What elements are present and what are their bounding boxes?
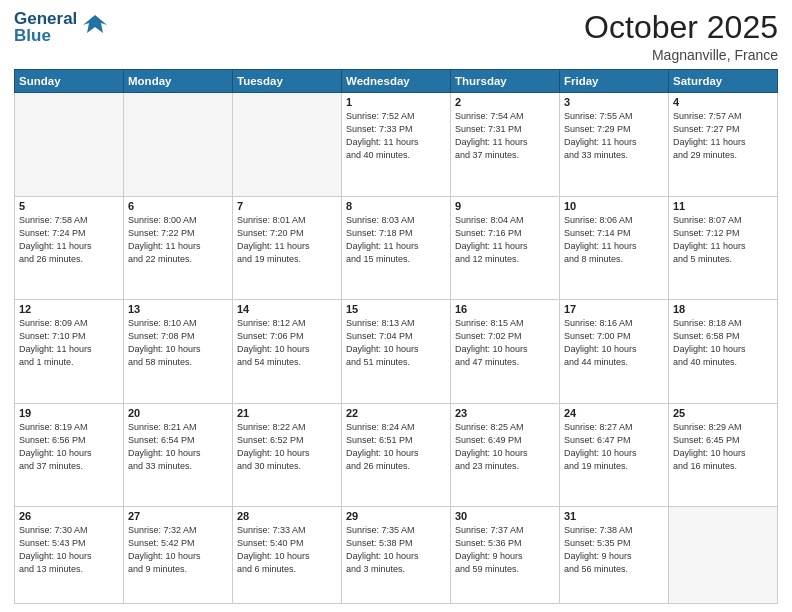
calendar-day-cell: 4Sunrise: 7:57 AMSunset: 7:27 PMDaylight…	[669, 93, 778, 196]
location: Magnanville, France	[584, 47, 778, 63]
logo-line1: General	[14, 10, 77, 27]
day-number: 20	[128, 407, 228, 419]
calendar-day-cell: 31Sunrise: 7:38 AMSunset: 5:35 PMDayligh…	[560, 506, 669, 603]
calendar-day-cell: 9Sunrise: 8:04 AMSunset: 7:16 PMDaylight…	[451, 196, 560, 299]
day-info: Sunrise: 8:15 AMSunset: 7:02 PMDaylight:…	[455, 317, 555, 369]
day-info: Sunrise: 7:55 AMSunset: 7:29 PMDaylight:…	[564, 110, 664, 162]
day-number: 6	[128, 200, 228, 212]
day-number: 19	[19, 407, 119, 419]
calendar-day-cell: 5Sunrise: 7:58 AMSunset: 7:24 PMDaylight…	[15, 196, 124, 299]
day-info: Sunrise: 8:06 AMSunset: 7:14 PMDaylight:…	[564, 214, 664, 266]
day-info: Sunrise: 8:21 AMSunset: 6:54 PMDaylight:…	[128, 421, 228, 473]
day-info: Sunrise: 8:18 AMSunset: 6:58 PMDaylight:…	[673, 317, 773, 369]
day-number: 18	[673, 303, 773, 315]
calendar-day-header: Thursday	[451, 70, 560, 93]
calendar-day-cell: 29Sunrise: 7:35 AMSunset: 5:38 PMDayligh…	[342, 506, 451, 603]
calendar-week-row: 26Sunrise: 7:30 AMSunset: 5:43 PMDayligh…	[15, 506, 778, 603]
calendar-day-header: Tuesday	[233, 70, 342, 93]
calendar-day-cell: 10Sunrise: 8:06 AMSunset: 7:14 PMDayligh…	[560, 196, 669, 299]
day-info: Sunrise: 7:32 AMSunset: 5:42 PMDaylight:…	[128, 524, 228, 576]
day-number: 15	[346, 303, 446, 315]
calendar-day-cell: 24Sunrise: 8:27 AMSunset: 6:47 PMDayligh…	[560, 403, 669, 506]
day-info: Sunrise: 8:29 AMSunset: 6:45 PMDaylight:…	[673, 421, 773, 473]
day-info: Sunrise: 8:10 AMSunset: 7:08 PMDaylight:…	[128, 317, 228, 369]
calendar-day-cell: 16Sunrise: 8:15 AMSunset: 7:02 PMDayligh…	[451, 300, 560, 403]
calendar-day-cell: 11Sunrise: 8:07 AMSunset: 7:12 PMDayligh…	[669, 196, 778, 299]
day-number: 22	[346, 407, 446, 419]
day-number: 27	[128, 510, 228, 522]
day-number: 12	[19, 303, 119, 315]
day-info: Sunrise: 8:07 AMSunset: 7:12 PMDaylight:…	[673, 214, 773, 266]
calendar-day-cell: 19Sunrise: 8:19 AMSunset: 6:56 PMDayligh…	[15, 403, 124, 506]
calendar-day-header: Sunday	[15, 70, 124, 93]
day-info: Sunrise: 7:30 AMSunset: 5:43 PMDaylight:…	[19, 524, 119, 576]
day-number: 23	[455, 407, 555, 419]
day-info: Sunrise: 8:01 AMSunset: 7:20 PMDaylight:…	[237, 214, 337, 266]
calendar-day-header: Wednesday	[342, 70, 451, 93]
calendar-day-header: Saturday	[669, 70, 778, 93]
calendar-header-row: SundayMondayTuesdayWednesdayThursdayFrid…	[15, 70, 778, 93]
page-container: General Blue October 2025 Magnanville, F…	[0, 0, 792, 612]
day-info: Sunrise: 8:16 AMSunset: 7:00 PMDaylight:…	[564, 317, 664, 369]
day-number: 8	[346, 200, 446, 212]
calendar-day-cell: 14Sunrise: 8:12 AMSunset: 7:06 PMDayligh…	[233, 300, 342, 403]
day-info: Sunrise: 7:52 AMSunset: 7:33 PMDaylight:…	[346, 110, 446, 162]
day-info: Sunrise: 7:54 AMSunset: 7:31 PMDaylight:…	[455, 110, 555, 162]
calendar-week-row: 1Sunrise: 7:52 AMSunset: 7:33 PMDaylight…	[15, 93, 778, 196]
day-info: Sunrise: 8:25 AMSunset: 6:49 PMDaylight:…	[455, 421, 555, 473]
calendar-day-cell: 18Sunrise: 8:18 AMSunset: 6:58 PMDayligh…	[669, 300, 778, 403]
day-number: 17	[564, 303, 664, 315]
logo: General Blue	[14, 10, 109, 44]
day-number: 2	[455, 96, 555, 108]
day-info: Sunrise: 8:22 AMSunset: 6:52 PMDaylight:…	[237, 421, 337, 473]
calendar-day-cell: 26Sunrise: 7:30 AMSunset: 5:43 PMDayligh…	[15, 506, 124, 603]
logo-bird-icon	[81, 11, 109, 39]
calendar-day-cell: 12Sunrise: 8:09 AMSunset: 7:10 PMDayligh…	[15, 300, 124, 403]
calendar-day-cell	[15, 93, 124, 196]
calendar-day-cell: 3Sunrise: 7:55 AMSunset: 7:29 PMDaylight…	[560, 93, 669, 196]
header: General Blue October 2025 Magnanville, F…	[14, 10, 778, 63]
day-number: 29	[346, 510, 446, 522]
day-number: 7	[237, 200, 337, 212]
calendar-day-cell: 6Sunrise: 8:00 AMSunset: 7:22 PMDaylight…	[124, 196, 233, 299]
calendar-day-cell: 2Sunrise: 7:54 AMSunset: 7:31 PMDaylight…	[451, 93, 560, 196]
calendar-day-header: Friday	[560, 70, 669, 93]
day-number: 26	[19, 510, 119, 522]
day-info: Sunrise: 7:33 AMSunset: 5:40 PMDaylight:…	[237, 524, 337, 576]
day-number: 5	[19, 200, 119, 212]
calendar-day-cell	[233, 93, 342, 196]
calendar-day-header: Monday	[124, 70, 233, 93]
calendar-week-row: 19Sunrise: 8:19 AMSunset: 6:56 PMDayligh…	[15, 403, 778, 506]
day-number: 10	[564, 200, 664, 212]
day-number: 9	[455, 200, 555, 212]
calendar-day-cell: 13Sunrise: 8:10 AMSunset: 7:08 PMDayligh…	[124, 300, 233, 403]
calendar-day-cell: 28Sunrise: 7:33 AMSunset: 5:40 PMDayligh…	[233, 506, 342, 603]
day-info: Sunrise: 8:13 AMSunset: 7:04 PMDaylight:…	[346, 317, 446, 369]
day-number: 11	[673, 200, 773, 212]
calendar-day-cell: 25Sunrise: 8:29 AMSunset: 6:45 PMDayligh…	[669, 403, 778, 506]
day-number: 1	[346, 96, 446, 108]
calendar-day-cell: 30Sunrise: 7:37 AMSunset: 5:36 PMDayligh…	[451, 506, 560, 603]
day-number: 25	[673, 407, 773, 419]
day-number: 13	[128, 303, 228, 315]
logo-line2: Blue	[14, 27, 77, 44]
day-info: Sunrise: 8:03 AMSunset: 7:18 PMDaylight:…	[346, 214, 446, 266]
month-title: October 2025	[584, 10, 778, 45]
day-info: Sunrise: 8:24 AMSunset: 6:51 PMDaylight:…	[346, 421, 446, 473]
calendar-day-cell: 7Sunrise: 8:01 AMSunset: 7:20 PMDaylight…	[233, 196, 342, 299]
day-number: 28	[237, 510, 337, 522]
day-number: 16	[455, 303, 555, 315]
day-info: Sunrise: 7:38 AMSunset: 5:35 PMDaylight:…	[564, 524, 664, 576]
day-number: 3	[564, 96, 664, 108]
day-number: 30	[455, 510, 555, 522]
day-number: 21	[237, 407, 337, 419]
calendar-table: SundayMondayTuesdayWednesdayThursdayFrid…	[14, 69, 778, 604]
calendar-day-cell: 1Sunrise: 7:52 AMSunset: 7:33 PMDaylight…	[342, 93, 451, 196]
day-info: Sunrise: 8:27 AMSunset: 6:47 PMDaylight:…	[564, 421, 664, 473]
day-info: Sunrise: 7:57 AMSunset: 7:27 PMDaylight:…	[673, 110, 773, 162]
day-info: Sunrise: 7:35 AMSunset: 5:38 PMDaylight:…	[346, 524, 446, 576]
svg-marker-0	[83, 15, 107, 33]
calendar-day-cell	[669, 506, 778, 603]
day-info: Sunrise: 8:09 AMSunset: 7:10 PMDaylight:…	[19, 317, 119, 369]
calendar-day-cell: 15Sunrise: 8:13 AMSunset: 7:04 PMDayligh…	[342, 300, 451, 403]
